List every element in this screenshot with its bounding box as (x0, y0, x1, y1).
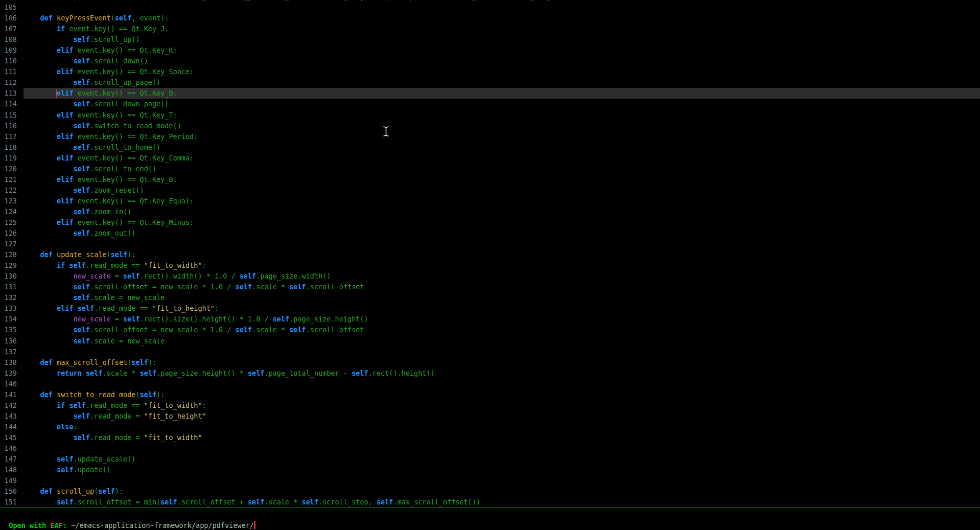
code-line[interactable]: 130 new_scale = self.rect().width() * 1.… (0, 271, 980, 282)
code-line-text: elif self.read_mode == "fit_to_height": (24, 303, 980, 314)
code-line[interactable]: 114 self.scroll_down_page() (0, 99, 980, 109)
line-number: 110 (0, 56, 24, 66)
code-line-text: self.scroll_up_page() (24, 77, 980, 88)
line-number: 124 (0, 206, 24, 217)
code-line[interactable]: 123 elif event.key() == Qt.Key_Equal: (0, 196, 980, 206)
minibuffer-prompt: Open with EAF: (9, 521, 71, 529)
code-line[interactable]: 115 elif event.key() == Qt.Key_T: (0, 110, 980, 121)
code-line[interactable]: 118 self.scroll_to_home() (0, 142, 980, 153)
code-line[interactable]: 107 if event.key() == Qt.Key_J: (0, 24, 980, 34)
line-number: 135 (0, 325, 24, 335)
code-line[interactable]: 108 self.scroll_up() (0, 34, 980, 45)
code-line-text: self.scroll_to_home() (24, 142, 980, 153)
code-line[interactable]: 129 if self.read_mode == "fit_to_width": (0, 260, 980, 271)
code-line-text (24, 475, 980, 486)
line-number: 143 (0, 411, 24, 422)
code-line-text: new_scale = self.rect().size().height() … (24, 314, 980, 325)
code-line-text: elif event.key() == Qt.Key_B: (24, 88, 980, 99)
code-line[interactable]: 113 elif event.key() == Qt.Key_B: (0, 88, 980, 99)
code-line[interactable]: 140 (0, 379, 980, 389)
code-line-text (24, 2, 980, 13)
line-number: 125 (0, 217, 24, 228)
line-number: 151 (0, 497, 24, 508)
code-line-text: return self.scale * self.page_size.heigh… (24, 368, 980, 379)
line-number: 136 (0, 336, 24, 347)
code-line[interactable]: 142 if self.read_mode == "fit_to_width": (0, 400, 980, 411)
code-line[interactable]: 131 self.scroll_offset = new_scale * 1.0… (0, 282, 980, 292)
code-line[interactable]: 143 self.read_mode = "fit_to_height" (0, 411, 980, 422)
code-line[interactable]: 128 def update_scale(self): (0, 249, 980, 260)
code-line[interactable]: 126 self.zoom_out() (0, 228, 980, 239)
code-line[interactable]: 141 def switch_to_read_mode(self): (0, 389, 980, 400)
code-line-text: else: (24, 422, 980, 432)
code-line-text: if self.read_mode == "fit_to_width": (24, 260, 980, 271)
line-number: 108 (0, 34, 24, 45)
code-line-text: def keyPressEvent(self, event): (24, 13, 980, 24)
code-editor-buffer[interactable]: painter.drawPixmap(QRect(render_x, rende… (0, 0, 980, 508)
code-line[interactable]: 134 new_scale = self.rect().size().heigh… (0, 314, 980, 325)
line-number: 145 (0, 432, 24, 443)
code-line-text: elif event.key() == Qt.Key_Space: (24, 66, 980, 77)
code-line-text: elif event.key() == Qt.Key_K: (24, 45, 980, 56)
code-line-text: def switch_to_read_mode(self): (24, 389, 980, 400)
code-line[interactable]: 132 self.scale = new_scale (0, 292, 980, 303)
code-line[interactable]: 122 self.zoom_reset() (0, 185, 980, 196)
code-line-text: self.scale = new_scale (24, 336, 980, 347)
code-line[interactable]: 127 (0, 239, 980, 249)
code-line[interactable]: 111 elif event.key() == Qt.Key_Space: (0, 66, 980, 77)
code-line[interactable]: 117 elif event.key() == Qt.Key_Period: (0, 131, 980, 142)
code-line[interactable]: 139 return self.scale * self.page_size.h… (0, 368, 980, 379)
line-number: 140 (0, 379, 24, 389)
code-line[interactable]: 110 self.scroll_down() (0, 56, 980, 66)
code-line[interactable]: 116 self.switch_to_read_mode() (0, 121, 980, 131)
code-line[interactable]: 121 elif event.key() == Qt.Key_0: (0, 174, 980, 185)
line-number: 126 (0, 228, 24, 239)
code-line[interactable]: 135 self.scroll_offset = new_scale * 1.0… (0, 325, 980, 335)
line-number: 127 (0, 239, 24, 249)
code-line[interactable]: 146 (0, 443, 980, 454)
code-line[interactable]: 106 def keyPressEvent(self, event): (0, 13, 980, 24)
code-line[interactable]: 149 (0, 475, 980, 486)
code-line[interactable]: 138 def max_scroll_offset(self): (0, 357, 980, 368)
code-line[interactable]: 124 self.zoom_in() (0, 206, 980, 217)
line-number: 109 (0, 45, 24, 56)
code-line[interactable]: 125 elif event.key() == Qt.Key_Minus: (0, 217, 980, 228)
minibuffer-input-value[interactable]: ~/emacs-application-framework/app/pdfvie… (71, 521, 254, 529)
code-line-text: elif event.key() == Qt.Key_0: (24, 174, 980, 185)
code-line[interactable]: 145 self.read_mode = "fit_to_width" (0, 432, 980, 443)
code-line-text: self.scroll_offset = new_scale * 1.0 / s… (24, 325, 980, 335)
code-line-text: self.update_scale() (24, 454, 980, 465)
code-line[interactable]: 109 elif event.key() == Qt.Key_K: (0, 45, 980, 56)
code-line[interactable]: 137 (0, 347, 980, 357)
code-line-text (24, 443, 980, 454)
code-line-text (24, 239, 980, 249)
line-number: 139 (0, 368, 24, 379)
line-number: 118 (0, 142, 24, 153)
code-line-text: elif event.key() == Qt.Key_Comma: (24, 153, 980, 164)
code-line-text: elif event.key() == Qt.Key_Minus: (24, 217, 980, 228)
code-line[interactable]: 144 else: (0, 422, 980, 432)
line-number: 117 (0, 131, 24, 142)
code-line[interactable]: 112 self.scroll_up_page() (0, 77, 980, 88)
line-number: 106 (0, 13, 24, 24)
code-line[interactable]: 105 (0, 2, 980, 13)
code-line[interactable]: 150 def scroll_up(self): (0, 486, 980, 497)
minibuffer[interactable]: Open with EAF: ~/emacs-application-frame… (1, 510, 255, 520)
code-line[interactable]: 147 self.update_scale() (0, 454, 980, 465)
code-line[interactable]: 151 self.scroll_offset = min(self.scroll… (0, 497, 980, 508)
code-line-text: self.scale = new_scale (24, 292, 980, 303)
code-line[interactable]: 136 self.scale = new_scale (0, 336, 980, 347)
mode-line-separator (0, 507, 980, 508)
code-line[interactable]: 133 elif self.read_mode == "fit_to_heigh… (0, 303, 980, 314)
code-line-text: if event.key() == Qt.Key_J: (24, 24, 980, 34)
code-line-text: self.read_mode = "fit_to_height" (24, 411, 980, 422)
code-line[interactable]: 120 self.scroll_to_end() (0, 164, 980, 174)
line-number: 149 (0, 475, 24, 486)
line-number: 128 (0, 249, 24, 260)
line-number: 148 (0, 465, 24, 475)
code-line[interactable]: 148 self.update() (0, 465, 980, 475)
point-cursor (56, 89, 57, 98)
line-number: 115 (0, 110, 24, 121)
code-line-text: self.switch_to_read_mode() (24, 121, 980, 131)
code-line[interactable]: 119 elif event.key() == Qt.Key_Comma: (0, 153, 980, 164)
